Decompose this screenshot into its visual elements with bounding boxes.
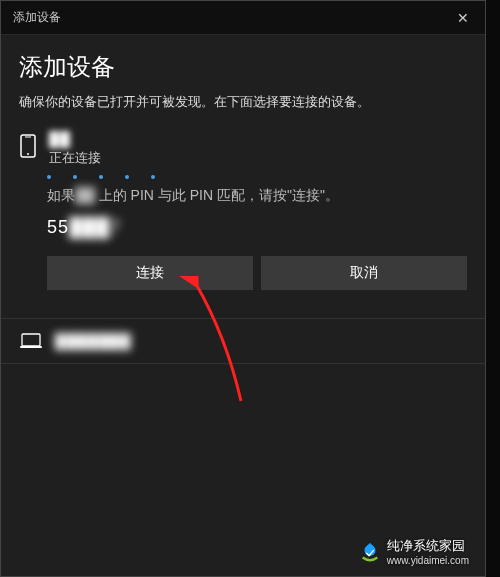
device-name: ██ [49,131,467,147]
dialog-heading: 添加设备 [19,51,467,83]
titlebar-title: 添加设备 [13,9,441,26]
other-device-name: ███████ [55,333,131,349]
svg-rect-3 [22,334,40,346]
cancel-button[interactable]: 取消 [261,256,467,290]
pin-visible: 55 [47,217,69,237]
watermark: 纯净系统家园 www.yidaimei.com [359,537,469,566]
pin-text-prefix: 如果 [47,187,75,203]
phone-icon [19,133,37,159]
titlebar: 添加设备 ✕ [1,1,485,35]
connect-button[interactable]: 连接 [47,256,253,290]
laptop-icon [19,331,43,351]
pin-text-suffix: 上的 PIN 与此 PIN 匹配，请按"连接"。 [95,187,339,203]
add-device-dialog: 添加设备 ✕ 添加设备 确保你的设备已打开并可被发现。在下面选择要连接的设备。 … [0,0,486,577]
device-info: ██ 正在连接 [49,131,467,167]
loading-dots [47,175,467,179]
device-row[interactable]: ██ 正在连接 [19,131,467,167]
button-row: 连接 取消 [47,256,467,290]
svg-point-2 [27,153,29,155]
dialog-content: 添加设备 确保你的设备已打开并可被发现。在下面选择要连接的设备。 ██ 正在连接… [1,35,485,376]
watermark-logo-icon [359,541,381,563]
close-button[interactable]: ✕ [441,1,485,35]
watermark-text: 纯净系统家园 [387,537,469,555]
pin-instruction: 如果██ 上的 PIN 与此 PIN 匹配，请按"连接"。 [47,187,467,205]
device-status: 正在连接 [49,149,467,167]
pin-hidden: ███7 [69,217,121,237]
svg-rect-1 [25,137,31,138]
pin-value: 55███7 [47,217,467,238]
svg-rect-4 [20,346,42,348]
close-icon: ✕ [457,10,469,26]
other-device-row[interactable]: ███████ [1,318,485,364]
dialog-subheading: 确保你的设备已打开并可被发现。在下面选择要连接的设备。 [19,93,467,111]
watermark-url: www.yidaimei.com [387,555,469,566]
